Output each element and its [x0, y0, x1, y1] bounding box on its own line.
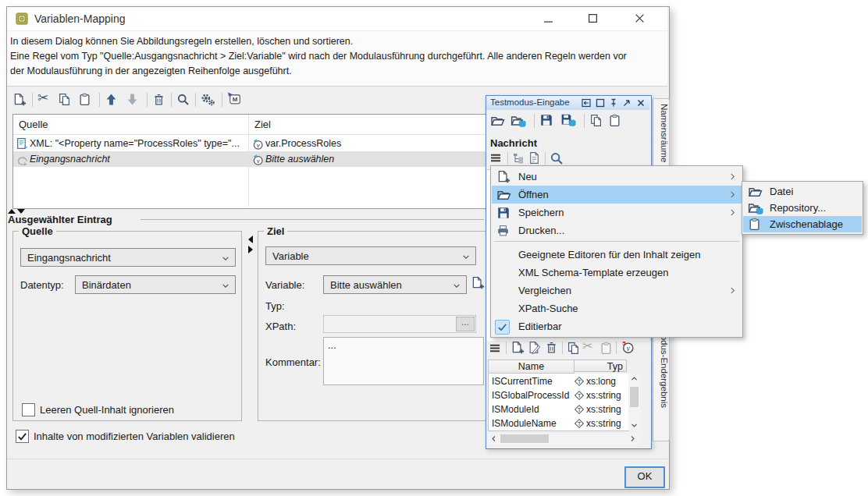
- clipboard-icon: [748, 218, 761, 231]
- submenu-item-label: Repository...: [770, 202, 826, 214]
- submenu-popup: Datei Repository... Zwischenablage: [742, 181, 863, 235]
- screen: Variablen-Mapping In diesem Dialog könne…: [0, 0, 868, 496]
- submenu-item-label: Datei: [770, 186, 793, 197]
- oeffnen-submenu: Datei Repository... Zwischenablage: [0, 0, 868, 496]
- submenu-item-label: Zwischenablage: [770, 218, 843, 230]
- folder-open-icon: [748, 185, 763, 198]
- submenu-item-repository[interactable]: Repository...: [743, 200, 862, 216]
- folder-open-repository-icon: [748, 201, 763, 215]
- submenu-item-datei[interactable]: Datei: [743, 183, 862, 200]
- submenu-item-zwischenablage[interactable]: Zwischenablage: [743, 216, 862, 232]
